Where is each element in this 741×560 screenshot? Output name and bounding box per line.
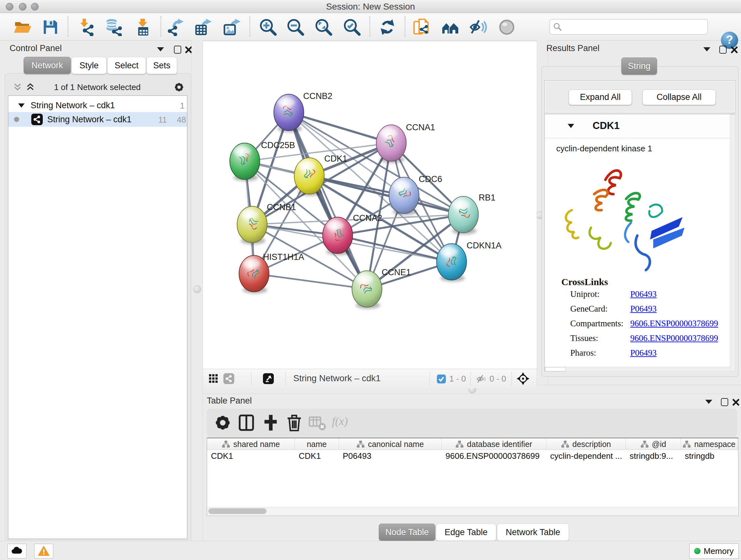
table-cell[interactable]: P06493 (339, 450, 442, 462)
new-network-from-selection-icon[interactable] (413, 18, 431, 36)
table-cell[interactable]: 9606.ENSP00000378699 (442, 450, 546, 462)
share-icon[interactable] (223, 373, 234, 384)
tab-string[interactable]: String (621, 57, 657, 75)
warning-button[interactable] (34, 544, 53, 558)
external-link-icon[interactable] (263, 373, 274, 384)
add-column-icon[interactable] (262, 414, 280, 432)
sphere-icon[interactable] (498, 18, 516, 36)
show-columns-icon[interactable] (238, 414, 255, 432)
toolbar-separator (160, 16, 161, 37)
column-header-name[interactable]: name (295, 438, 339, 450)
save-session-icon[interactable] (42, 18, 59, 36)
memory-button[interactable]: Memory (689, 543, 739, 559)
zoom-out-icon[interactable] (286, 18, 305, 36)
export-image-icon[interactable] (223, 18, 241, 36)
table-cell[interactable]: CDK1 (295, 450, 339, 462)
refresh-icon[interactable] (379, 18, 396, 36)
import-network-icon[interactable] (77, 18, 95, 36)
table-panel-float-button[interactable] (720, 397, 729, 407)
left-splitter-grabber[interactable] (193, 286, 201, 293)
cloud-button[interactable] (7, 544, 26, 558)
search-input[interactable] (564, 21, 703, 33)
collapse-all-button[interactable]: Collapse All (643, 89, 716, 105)
table-horizontal-scrollbar[interactable] (207, 507, 737, 515)
crosslink-link[interactable]: P06493 (630, 348, 657, 358)
toolbar-separator (285, 372, 286, 386)
svg-text:CDKN1A: CDKN1A (467, 241, 502, 250)
column-header-description[interactable]: description (546, 438, 626, 450)
table-row[interactable]: CDK1CDK1P064939606.ENSP00000378699cyclin… (207, 450, 738, 462)
crosslink-link[interactable]: 9606.ENSP00000378699 (630, 319, 718, 328)
string-network-graph[interactable]: CCNB2CCNA1CDC25BCDK1CDC6RB1CCNB1CCNA2CDK… (203, 42, 537, 369)
delete-column-trash-icon[interactable] (285, 414, 303, 432)
export-network-icon[interactable] (167, 18, 185, 36)
svg-text:HIST1H1A: HIST1H1A (263, 252, 304, 262)
table-cell[interactable]: stringdb:9... (626, 450, 681, 462)
search-icon (553, 22, 562, 31)
zoom-selected-icon[interactable] (343, 18, 361, 36)
open-session-icon[interactable] (13, 18, 31, 36)
control-panel-float-button[interactable] (173, 45, 182, 54)
search-field[interactable] (549, 19, 708, 35)
grid-icon[interactable] (209, 374, 218, 383)
column-header-database-identifier[interactable]: database identifier (442, 438, 546, 450)
results-horizontal-scrollbar[interactable] (545, 367, 731, 372)
results-panel-title: Results Panel (546, 44, 600, 53)
tab-style[interactable]: Style (71, 57, 107, 74)
crosslink-link[interactable]: P06493 (630, 304, 657, 314)
main-toolbar: ? (0, 13, 741, 41)
column-header-shared-name[interactable]: shared name (207, 438, 295, 450)
entry-collapse-icon[interactable] (567, 123, 575, 130)
network-row-selected[interactable]: String Network – cdk1 11 48 (8, 112, 187, 127)
tab-network[interactable]: Network (23, 57, 71, 74)
zoom-fit-icon[interactable] (315, 18, 333, 36)
expand-all-button[interactable]: Expand All (569, 89, 632, 105)
left-splitter[interactable] (192, 40, 203, 541)
crosslink-label: Uniprot: (570, 289, 600, 299)
import-table-icon[interactable] (134, 18, 151, 36)
table-cell[interactable]: stringdb (681, 450, 738, 462)
tab-edge-table[interactable]: Edge Table (436, 523, 496, 541)
table-panel-close-icon[interactable] (731, 397, 741, 407)
zoom-in-icon[interactable] (259, 18, 277, 36)
control-panel-tabs: NetworkStyleSelectSets (23, 57, 178, 74)
results-vertical-scrollbar[interactable] (730, 114, 735, 372)
table-cell[interactable]: cyclin-dependent ... (546, 450, 626, 462)
tab-sets[interactable]: Sets (146, 57, 177, 74)
column-header-namespace[interactable]: namespace (681, 438, 738, 450)
home-icon[interactable] (441, 18, 459, 36)
results-panel-float-button[interactable] (718, 45, 728, 54)
network-options-gear-icon[interactable] (174, 82, 185, 94)
table-panel-collapse-button[interactable] (704, 397, 714, 407)
hidden-eye-icon[interactable] (476, 374, 486, 385)
import-database-icon[interactable] (105, 18, 122, 36)
crosslink-link[interactable]: P06493 (630, 289, 657, 299)
column-header-canonical-name[interactable]: canonical name (339, 438, 442, 450)
crosslink-link[interactable]: 9606.ENSP00000378699 (630, 333, 718, 343)
results-entry-header[interactable]: CDK1 (545, 114, 735, 138)
memory-status-icon (694, 548, 700, 554)
table-panel-title: Table Panel (207, 396, 252, 406)
toggle-visibility-icon[interactable] (469, 18, 487, 36)
tab-network-table[interactable]: Network Table (497, 523, 569, 541)
status-bar: Memory (0, 541, 741, 560)
results-hscroll-thumb[interactable] (545, 367, 565, 371)
toolbar-separator (470, 372, 471, 386)
network-collection-row[interactable]: String Network – cdk1 1 (8, 98, 187, 113)
tab-node-table[interactable]: Node Table (379, 523, 435, 541)
birdseye-crosshair-icon[interactable] (517, 372, 529, 386)
selected-checkbox-icon[interactable] (436, 374, 446, 385)
crosslinks-list: Uniprot:P06493GeneCard:P06493Compartment… (545, 289, 735, 366)
table-cell[interactable]: CDK1 (207, 450, 295, 462)
table-gear-icon[interactable] (214, 414, 232, 432)
tab-select[interactable]: Select (107, 57, 146, 74)
results-panel-close-icon[interactable] (730, 45, 739, 54)
table-hscroll-thumb[interactable] (208, 508, 266, 514)
control-panel-collapse-button[interactable] (156, 45, 165, 54)
results-panel-collapse-button[interactable] (702, 45, 712, 54)
delete-table-icon-disabled (308, 414, 326, 432)
column-header-@id[interactable]: @id (626, 438, 681, 450)
tree-expand-icon[interactable] (18, 103, 25, 110)
export-table-icon[interactable] (194, 18, 212, 36)
network-canvas[interactable]: CCNB2CCNA1CDC25BCDK1CDC6RB1CCNB1CCNA2CDK… (203, 42, 537, 369)
